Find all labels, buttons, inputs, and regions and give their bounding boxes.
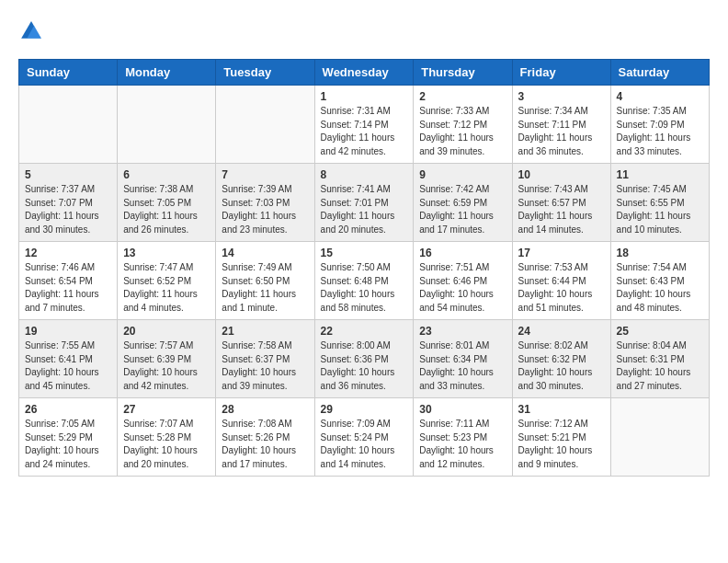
calendar-week-row: 5Sunrise: 7:37 AMSunset: 7:07 PMDaylight… bbox=[19, 164, 710, 242]
day-number: 13 bbox=[123, 247, 210, 259]
weekday-header: Sunday bbox=[19, 60, 118, 86]
calendar-cell: 21Sunrise: 7:58 AMSunset: 6:37 PMDayligh… bbox=[216, 320, 314, 398]
calendar-cell: 16Sunrise: 7:51 AMSunset: 6:46 PMDayligh… bbox=[414, 242, 512, 320]
day-number: 11 bbox=[617, 168, 703, 181]
calendar-cell: 10Sunrise: 7:43 AMSunset: 6:57 PMDayligh… bbox=[512, 164, 610, 242]
day-info: Sunrise: 7:08 AMSunset: 5:26 PMDaylight:… bbox=[222, 418, 308, 471]
calendar-cell bbox=[610, 398, 709, 477]
day-number: 1 bbox=[321, 90, 408, 103]
calendar-cell: 31Sunrise: 7:12 AMSunset: 5:21 PMDayligh… bbox=[512, 398, 610, 477]
weekday-header: Tuesday bbox=[216, 60, 314, 86]
day-info: Sunrise: 7:33 AMSunset: 7:12 PMDaylight:… bbox=[419, 105, 506, 158]
calendar-cell: 30Sunrise: 7:11 AMSunset: 5:23 PMDayligh… bbox=[414, 398, 512, 477]
day-info: Sunrise: 8:00 AMSunset: 6:36 PMDaylight:… bbox=[321, 339, 408, 393]
day-number: 28 bbox=[222, 403, 308, 416]
calendar-cell: 4Sunrise: 7:35 AMSunset: 7:09 PMDaylight… bbox=[610, 86, 709, 164]
day-info: Sunrise: 7:49 AMSunset: 6:50 PMDaylight:… bbox=[222, 261, 308, 315]
day-number: 12 bbox=[25, 247, 111, 259]
calendar-week-row: 1Sunrise: 7:31 AMSunset: 7:14 PMDaylight… bbox=[19, 86, 710, 164]
calendar-cell: 25Sunrise: 8:04 AMSunset: 6:31 PMDayligh… bbox=[610, 320, 709, 398]
day-number: 21 bbox=[222, 325, 308, 338]
calendar-cell: 23Sunrise: 8:01 AMSunset: 6:34 PMDayligh… bbox=[414, 320, 512, 398]
day-info: Sunrise: 8:04 AMSunset: 6:31 PMDaylight:… bbox=[617, 339, 703, 393]
day-info: Sunrise: 7:12 AMSunset: 5:21 PMDaylight:… bbox=[518, 418, 605, 471]
day-info: Sunrise: 7:55 AMSunset: 6:41 PMDaylight:… bbox=[25, 339, 111, 393]
day-number: 17 bbox=[518, 247, 605, 259]
day-number: 20 bbox=[123, 325, 210, 338]
day-number: 5 bbox=[25, 168, 111, 181]
calendar-header-row: SundayMondayTuesdayWednesdayThursdayFrid… bbox=[19, 60, 710, 86]
day-number: 25 bbox=[617, 325, 703, 338]
calendar-cell: 6Sunrise: 7:38 AMSunset: 7:05 PMDaylight… bbox=[118, 164, 216, 242]
day-info: Sunrise: 7:05 AMSunset: 5:29 PMDaylight:… bbox=[25, 418, 111, 471]
calendar-cell: 7Sunrise: 7:39 AMSunset: 7:03 PMDaylight… bbox=[216, 164, 314, 242]
day-info: Sunrise: 7:11 AMSunset: 5:23 PMDaylight:… bbox=[419, 418, 506, 471]
day-info: Sunrise: 7:46 AMSunset: 6:54 PMDaylight:… bbox=[25, 261, 111, 315]
day-number: 15 bbox=[321, 247, 408, 259]
calendar-cell: 29Sunrise: 7:09 AMSunset: 5:24 PMDayligh… bbox=[314, 398, 414, 477]
day-info: Sunrise: 7:43 AMSunset: 6:57 PMDaylight:… bbox=[518, 183, 605, 236]
calendar-cell: 27Sunrise: 7:07 AMSunset: 5:28 PMDayligh… bbox=[118, 398, 216, 477]
day-info: Sunrise: 7:50 AMSunset: 6:48 PMDaylight:… bbox=[321, 261, 408, 315]
day-info: Sunrise: 7:51 AMSunset: 6:46 PMDaylight:… bbox=[419, 261, 506, 315]
day-number: 24 bbox=[518, 325, 605, 338]
day-number: 31 bbox=[518, 403, 605, 416]
day-number: 29 bbox=[321, 403, 408, 416]
calendar-cell: 2Sunrise: 7:33 AMSunset: 7:12 PMDaylight… bbox=[414, 86, 512, 164]
calendar-cell: 17Sunrise: 7:53 AMSunset: 6:44 PMDayligh… bbox=[512, 242, 610, 320]
day-info: Sunrise: 8:02 AMSunset: 6:32 PMDaylight:… bbox=[518, 339, 605, 393]
page-header bbox=[18, 18, 710, 44]
calendar-week-row: 26Sunrise: 7:05 AMSunset: 5:29 PMDayligh… bbox=[19, 398, 710, 477]
day-info: Sunrise: 7:57 AMSunset: 6:39 PMDaylight:… bbox=[123, 339, 210, 393]
day-number: 3 bbox=[518, 90, 605, 103]
day-number: 4 bbox=[617, 90, 703, 103]
calendar-cell: 20Sunrise: 7:57 AMSunset: 6:39 PMDayligh… bbox=[118, 320, 216, 398]
calendar-cell: 28Sunrise: 7:08 AMSunset: 5:26 PMDayligh… bbox=[216, 398, 314, 477]
day-info: Sunrise: 7:54 AMSunset: 6:43 PMDaylight:… bbox=[617, 261, 703, 315]
calendar-cell: 26Sunrise: 7:05 AMSunset: 5:29 PMDayligh… bbox=[19, 398, 118, 477]
calendar-cell: 24Sunrise: 8:02 AMSunset: 6:32 PMDayligh… bbox=[512, 320, 610, 398]
day-number: 10 bbox=[518, 168, 605, 181]
day-number: 26 bbox=[25, 403, 111, 416]
day-number: 6 bbox=[123, 168, 210, 181]
calendar-cell bbox=[118, 86, 216, 164]
calendar-cell: 12Sunrise: 7:46 AMSunset: 6:54 PMDayligh… bbox=[19, 242, 118, 320]
day-number: 30 bbox=[419, 403, 506, 416]
day-number: 23 bbox=[419, 325, 506, 338]
calendar-cell: 5Sunrise: 7:37 AMSunset: 7:07 PMDaylight… bbox=[19, 164, 118, 242]
day-number: 8 bbox=[321, 168, 408, 181]
day-info: Sunrise: 7:58 AMSunset: 6:37 PMDaylight:… bbox=[222, 339, 308, 393]
day-info: Sunrise: 8:01 AMSunset: 6:34 PMDaylight:… bbox=[419, 339, 506, 393]
calendar-cell bbox=[19, 86, 118, 164]
calendar-week-row: 19Sunrise: 7:55 AMSunset: 6:41 PMDayligh… bbox=[19, 320, 710, 398]
calendar-cell: 8Sunrise: 7:41 AMSunset: 7:01 PMDaylight… bbox=[314, 164, 414, 242]
weekday-header: Monday bbox=[118, 60, 216, 86]
calendar-cell: 18Sunrise: 7:54 AMSunset: 6:43 PMDayligh… bbox=[610, 242, 709, 320]
calendar-cell: 1Sunrise: 7:31 AMSunset: 7:14 PMDaylight… bbox=[314, 86, 414, 164]
calendar-cell: 9Sunrise: 7:42 AMSunset: 6:59 PMDaylight… bbox=[414, 164, 512, 242]
day-number: 14 bbox=[222, 247, 308, 259]
calendar-table: SundayMondayTuesdayWednesdayThursdayFrid… bbox=[18, 59, 710, 477]
day-info: Sunrise: 7:47 AMSunset: 6:52 PMDaylight:… bbox=[123, 261, 210, 315]
calendar-cell: 15Sunrise: 7:50 AMSunset: 6:48 PMDayligh… bbox=[314, 242, 414, 320]
day-number: 16 bbox=[419, 247, 506, 259]
day-info: Sunrise: 7:41 AMSunset: 7:01 PMDaylight:… bbox=[321, 183, 408, 236]
calendar-cell: 11Sunrise: 7:45 AMSunset: 6:55 PMDayligh… bbox=[610, 164, 709, 242]
day-info: Sunrise: 7:35 AMSunset: 7:09 PMDaylight:… bbox=[617, 105, 703, 158]
day-number: 19 bbox=[25, 325, 111, 338]
weekday-header: Wednesday bbox=[314, 60, 414, 86]
day-info: Sunrise: 7:37 AMSunset: 7:07 PMDaylight:… bbox=[25, 183, 111, 236]
weekday-header: Thursday bbox=[414, 60, 512, 86]
day-info: Sunrise: 7:42 AMSunset: 6:59 PMDaylight:… bbox=[419, 183, 506, 236]
day-info: Sunrise: 7:53 AMSunset: 6:44 PMDaylight:… bbox=[518, 261, 605, 315]
day-number: 22 bbox=[321, 325, 408, 338]
day-number: 7 bbox=[222, 168, 308, 181]
day-info: Sunrise: 7:09 AMSunset: 5:24 PMDaylight:… bbox=[321, 418, 408, 471]
day-number: 18 bbox=[617, 247, 703, 259]
logo bbox=[18, 18, 48, 44]
day-number: 2 bbox=[419, 90, 506, 103]
day-info: Sunrise: 7:07 AMSunset: 5:28 PMDaylight:… bbox=[123, 418, 210, 471]
day-number: 9 bbox=[419, 168, 506, 181]
calendar-cell: 19Sunrise: 7:55 AMSunset: 6:41 PMDayligh… bbox=[19, 320, 118, 398]
calendar-cell: 22Sunrise: 8:00 AMSunset: 6:36 PMDayligh… bbox=[314, 320, 414, 398]
